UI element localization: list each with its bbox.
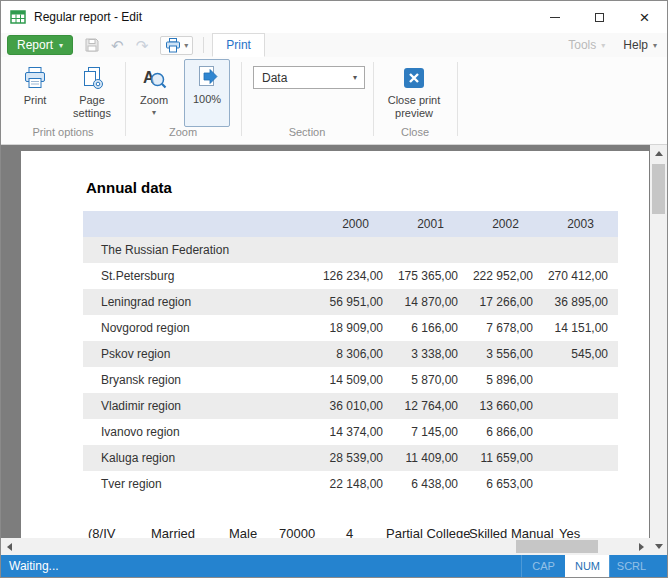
quick-access-bar: Report ▾ ↶ ↷ ▾ Print Tools (1, 33, 667, 57)
print-button[interactable]: Print (11, 60, 59, 124)
toolbar-divider (203, 37, 204, 53)
status-bar: Waiting... CAPNUMSCRL (1, 555, 667, 577)
window-controls: × (532, 1, 667, 33)
window-title: Regular report - Edit (34, 10, 142, 24)
cell-value: 8 306,00 (318, 341, 393, 367)
table-row: Tver region22 148,006 438,006 653,00 (83, 471, 618, 497)
report-menu-button[interactable]: Report ▾ (7, 35, 73, 55)
cell-value: 11 659,00 (468, 445, 543, 471)
cell-value: 11 409,00 (393, 445, 468, 471)
table-row: Kaluga region28 539,0011 409,0011 659,00 (83, 445, 618, 471)
page-settings-button[interactable]: Page settings (63, 60, 121, 124)
scroll-up-button[interactable] (650, 145, 667, 162)
zoom-100-button[interactable]: 100% (184, 59, 230, 127)
group-divider (457, 62, 458, 136)
minimize-icon (550, 17, 560, 18)
zoom-100-icon (194, 64, 220, 90)
close-print-preview-button[interactable]: Close print preview (381, 60, 447, 124)
cell-value: 6 438,00 (393, 471, 468, 497)
clipped-cell: Partial College (386, 526, 471, 538)
chevron-down-icon: ▾ (346, 73, 364, 82)
row-label: Tver region (83, 471, 318, 497)
print-preview-area: Annual data 2000200120022003 The Russian… (1, 145, 667, 555)
row-label: The Russian Federation (83, 237, 318, 263)
cell-value: 12 764,00 (393, 393, 468, 419)
zoom-button[interactable]: A Zoom ▾ (132, 60, 176, 124)
section-combobox-value: Data (254, 71, 346, 85)
cell-value: 22 148,00 (318, 471, 393, 497)
cell-value: 14 509,00 (318, 367, 393, 393)
print-button-label: Print (24, 94, 47, 107)
report-menu-label: Report (17, 38, 53, 52)
table-row: Novgorod region18 909,006 166,007 678,00… (83, 315, 618, 341)
column-header: 2002 (468, 211, 543, 237)
status-message: Waiting... (9, 559, 59, 573)
cell-value: 5 896,00 (468, 367, 543, 393)
table-row: Ivanovo region14 374,007 145,006 866,00 (83, 419, 618, 445)
undo-icon: ↶ (111, 38, 124, 53)
vertical-scrollbar-thumb[interactable] (652, 164, 665, 214)
column-header: 2001 (393, 211, 468, 237)
keyboard-indicator-scrl: SCRL (609, 555, 653, 577)
report-table: 2000200120022003 The Russian FederationS… (83, 211, 618, 497)
report-page: Annual data 2000200120022003 The Russian… (21, 151, 649, 538)
page-settings-label: Page settings (64, 94, 120, 120)
group-divider (241, 62, 242, 136)
scroll-right-button[interactable] (633, 538, 650, 555)
row-label: St.Petersburg (83, 263, 318, 289)
table-row: Pskov region8 306,003 338,003 556,00545,… (83, 341, 618, 367)
horizontal-scrollbar-thumb[interactable] (516, 540, 598, 553)
quick-print-button[interactable]: ▾ (160, 36, 193, 55)
app-window: Regular report - Edit × Report ▾ ↶ ↷ (0, 0, 668, 578)
page-settings-icon (79, 65, 105, 91)
undo-button[interactable]: ↶ (111, 38, 124, 53)
cell-value (318, 237, 393, 263)
row-label: Vladimir region (83, 393, 318, 419)
close-button[interactable]: × (622, 1, 667, 33)
scroll-down-button[interactable] (650, 538, 667, 555)
scroll-left-button[interactable] (1, 538, 18, 555)
zoom-100-label: 100% (193, 93, 221, 106)
close-preview-icon (403, 65, 425, 91)
chevron-down-icon: ▾ (653, 41, 657, 50)
row-label: Pskov region (83, 341, 318, 367)
cell-value: 545,00 (543, 341, 618, 367)
cell-value (543, 445, 618, 471)
cell-value: 6 166,00 (393, 315, 468, 341)
tab-print[interactable]: Print (212, 33, 265, 57)
vertical-scrollbar[interactable] (650, 145, 667, 555)
row-label: Novgorod region (83, 315, 318, 341)
section-combobox[interactable]: Data ▾ (253, 66, 365, 89)
maximize-button[interactable] (577, 1, 622, 33)
horizontal-scrollbar[interactable] (1, 538, 650, 555)
keyboard-indicator-num: NUM (565, 555, 609, 577)
arrow-up-icon (655, 151, 663, 156)
arrow-right-icon (639, 543, 644, 551)
cell-value (543, 419, 618, 445)
column-header: 2003 (543, 211, 618, 237)
table-row: St.Petersburg126 234,00175 365,00222 952… (83, 263, 618, 289)
tab-print-label: Print (226, 38, 251, 52)
clipped-cell: Married (151, 526, 195, 538)
minimize-button[interactable] (532, 1, 577, 33)
cell-value (393, 237, 468, 263)
redo-icon: ↷ (136, 38, 149, 53)
cell-value: 6 653,00 (468, 471, 543, 497)
table-row: Bryansk region14 509,005 870,005 896,00 (83, 367, 618, 393)
table-header-row: 2000200120022003 (83, 211, 618, 237)
tools-menu[interactable]: Tools ▾ (568, 38, 605, 52)
arrow-left-icon (7, 543, 12, 551)
help-menu[interactable]: Help ▾ (623, 38, 657, 52)
clipped-cell: Male (229, 526, 257, 538)
save-icon (85, 38, 99, 52)
redo-button[interactable]: ↷ (136, 38, 149, 53)
cell-value: 6 866,00 (468, 419, 543, 445)
cell-value: 17 266,00 (468, 289, 543, 315)
save-button[interactable] (85, 38, 99, 52)
keyboard-indicator-cap: CAP (521, 555, 565, 577)
report-heading: Annual data (86, 179, 172, 196)
group-divider (373, 62, 374, 136)
column-header-empty (83, 211, 318, 237)
cell-value: 36 895,00 (543, 289, 618, 315)
close-icon: × (640, 9, 650, 26)
